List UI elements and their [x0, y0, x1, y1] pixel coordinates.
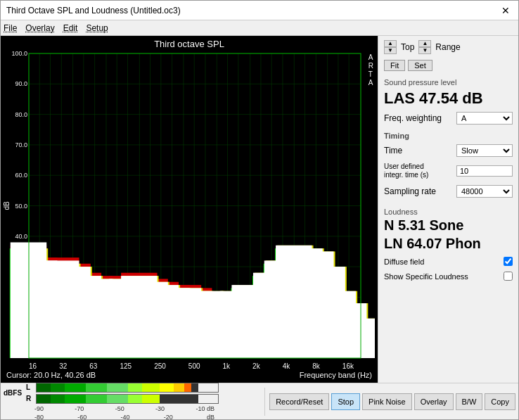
- fit-set-row: Fit Set: [384, 60, 513, 71]
- top-spin: ▲ ▼: [384, 40, 397, 54]
- chart-title: Third octave SPL: [4, 39, 375, 49]
- tick-l-90: -90: [34, 405, 44, 412]
- menu-file[interactable]: File: [4, 23, 17, 33]
- stop-button[interactable]: Stop: [331, 393, 360, 410]
- loudness-n: N 5.31 Sone: [384, 216, 513, 234]
- sampling-rate-row: Sampling rate 48000 44100 96000: [384, 185, 513, 198]
- cursor-info: Cursor: 20.0 Hz, 40.26 dB Frequency band…: [4, 370, 375, 380]
- sampling-rate-label: Sampling rate: [384, 186, 436, 196]
- x-label-250: 250: [154, 362, 166, 370]
- sidebar: ▲ ▼ Top ▲ ▼ Range Fit Set Sound pres: [378, 36, 518, 383]
- time-row: Time Slow Fast Impulse: [384, 144, 513, 157]
- menubar: File Overlay Edit Setup: [1, 20, 518, 36]
- freq-weighting-label: Freq. weighting: [384, 113, 442, 123]
- tick-r-db: dB: [207, 414, 214, 421]
- set-button[interactable]: Set: [408, 60, 432, 71]
- x-label-1k: 1k: [223, 362, 231, 370]
- bw-button[interactable]: B/W: [456, 393, 483, 410]
- show-specific-label: Show Specific Loudness: [384, 272, 468, 281]
- x-label-125: 125: [120, 362, 132, 370]
- bottom-bar: dBFS L: [1, 383, 518, 419]
- level-row-r: R: [26, 394, 219, 404]
- record-reset-button[interactable]: Record/Reset: [269, 393, 329, 410]
- tick-r-80: -80: [34, 414, 44, 421]
- main-area: Third octave SPL ARTA 16 32 63 125 250 5…: [1, 36, 518, 383]
- main-window: Third Octave SPL and Loudness (Untitled.…: [0, 0, 519, 420]
- chart-canvas: [4, 51, 375, 361]
- cursor-text: Cursor: 20.0 Hz, 40.26 dB: [6, 371, 96, 379]
- l-meter: [36, 383, 219, 393]
- range-spin: ▲ ▼: [418, 40, 431, 54]
- x-label-2k: 2k: [252, 362, 260, 370]
- x-label-32: 32: [59, 362, 67, 370]
- menu-edit[interactable]: Edit: [63, 23, 78, 33]
- level-row-l: L: [26, 383, 219, 393]
- loudness-section: Loudness N 5.31 Sone LN 64.07 Phon: [384, 205, 513, 253]
- top-label-group: Top: [401, 42, 414, 52]
- x-label-16k: 16k: [342, 362, 354, 370]
- window-title: Third Octave SPL and Loudness (Untitled.…: [6, 6, 181, 15]
- fit-button[interactable]: Fit: [384, 60, 405, 71]
- titlebar: Third Octave SPL and Loudness (Untitled.…: [1, 1, 518, 20]
- divider: [264, 388, 265, 416]
- diffuse-field-row: Diffuse field: [384, 257, 513, 266]
- loudness-ln: LN 64.07 Phon: [384, 234, 513, 253]
- sampling-rate-select[interactable]: 48000 44100 96000: [456, 185, 513, 198]
- action-buttons: Record/Reset Stop Pink Noise Overlay B/W…: [269, 393, 515, 410]
- copy-button[interactable]: Copy: [485, 393, 515, 410]
- show-specific-row: Show Specific Loudness: [384, 272, 513, 281]
- spl-value: LAS 47.54 dB: [384, 89, 513, 108]
- l-channel-label: L: [26, 383, 34, 391]
- chart-x-labels: 16 32 63 125 250 500 1k 2k 4k 8k 16k: [4, 362, 375, 370]
- range-label-group: Range: [435, 42, 460, 52]
- time-label: Time: [384, 146, 402, 155]
- range-up-button[interactable]: ▲: [418, 40, 431, 47]
- x-label-63: 63: [89, 362, 97, 370]
- tick-l-10: -10 dB: [196, 405, 214, 412]
- level-meters: dBFS L: [4, 383, 260, 421]
- x-label-8k: 8k: [312, 362, 320, 370]
- spl-section-label: Sound pressure level: [384, 78, 513, 87]
- user-integr-label: User defined integr. time (s): [384, 163, 440, 179]
- chart-area: Third octave SPL ARTA 16 32 63 125 250 5…: [1, 36, 378, 383]
- loudness-label: Loudness: [384, 208, 513, 216]
- x-label-16: 16: [29, 362, 37, 370]
- top-label: Top: [401, 42, 414, 52]
- tick-l-70: -70: [75, 405, 84, 412]
- tick-r-60: -60: [77, 414, 86, 421]
- dbfs-label: dBFS: [4, 389, 25, 397]
- freq-band-label: Frequency band (Hz): [300, 371, 372, 379]
- overlay-button[interactable]: Overlay: [414, 393, 454, 410]
- user-integr-row: User defined integr. time (s) 10: [384, 163, 513, 179]
- tick-l-50: -50: [115, 405, 124, 412]
- r-channel-label: R: [26, 395, 34, 402]
- freq-weighting-select[interactable]: A B C Z: [456, 112, 513, 125]
- x-label-4k: 4k: [283, 362, 290, 370]
- tick-l-30: -30: [155, 405, 165, 412]
- top-range-row: ▲ ▼ Top ▲ ▼ Range: [384, 40, 513, 54]
- pink-noise-button[interactable]: Pink Noise: [362, 393, 412, 410]
- tick-r-40: -40: [120, 414, 129, 421]
- tick-r-20: -20: [164, 414, 173, 421]
- range-label: Range: [435, 42, 460, 52]
- close-button[interactable]: ✕: [499, 5, 513, 16]
- arta-label: ARTA: [369, 53, 373, 87]
- r-meter: [36, 394, 219, 404]
- user-integr-input[interactable]: 10: [456, 165, 513, 177]
- menu-setup[interactable]: Setup: [86, 23, 108, 33]
- diffuse-field-label: Diffuse field: [384, 257, 424, 266]
- diffuse-field-checkbox[interactable]: [504, 257, 513, 266]
- chart-container: ARTA: [4, 51, 375, 361]
- show-specific-checkbox[interactable]: [504, 272, 513, 281]
- top-down-button[interactable]: ▼: [384, 47, 397, 54]
- timing-label: Timing: [384, 132, 513, 140]
- x-label-500: 500: [188, 362, 200, 370]
- range-down-button[interactable]: ▼: [418, 47, 431, 54]
- menu-overlay[interactable]: Overlay: [25, 23, 54, 33]
- time-select[interactable]: Slow Fast Impulse: [456, 144, 513, 157]
- top-up-button[interactable]: ▲: [384, 40, 397, 47]
- freq-weighting-row: Freq. weighting A B C Z: [384, 112, 513, 125]
